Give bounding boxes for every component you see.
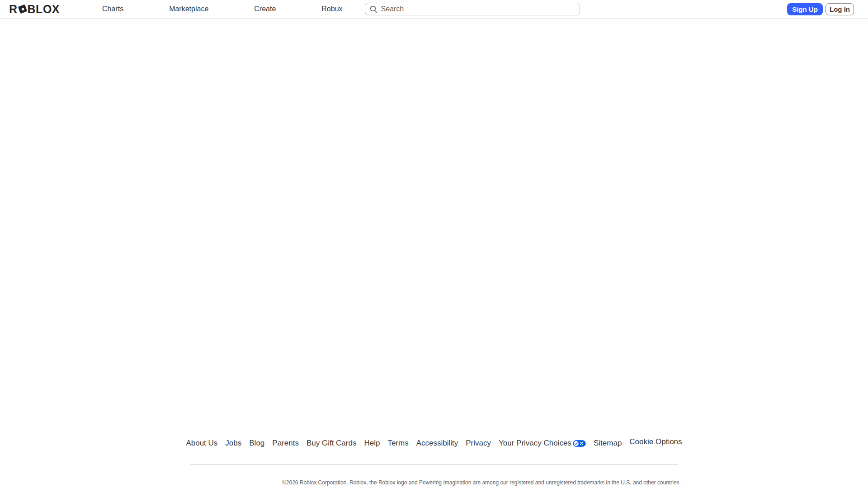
privacy-choices-icon bbox=[573, 440, 586, 447]
footer-link-help[interactable]: Help bbox=[364, 439, 380, 448]
footer: About Us Jobs Blog Parents Buy Gift Card… bbox=[0, 438, 868, 488]
logo-text-r: R bbox=[9, 3, 18, 16]
sign-up-button[interactable]: Sign Up bbox=[787, 3, 823, 15]
your-privacy-choices-label: Your Privacy Choices bbox=[499, 439, 571, 448]
nav-link-marketplace[interactable]: Marketplace bbox=[169, 5, 208, 13]
footer-link-accessibility[interactable]: Accessibility bbox=[416, 439, 458, 448]
footer-link-your-privacy-choices[interactable]: Your Privacy Choices bbox=[499, 439, 586, 448]
footer-link-jobs[interactable]: Jobs bbox=[225, 439, 241, 448]
search-input[interactable] bbox=[381, 5, 575, 13]
top-navbar: R BLOX Charts Marketplace Create Robux S… bbox=[0, 0, 868, 19]
footer-link-cookie-options[interactable]: Cookie Options bbox=[629, 437, 682, 446]
logo-square-hole bbox=[21, 8, 24, 10]
footer-link-about-us[interactable]: About Us bbox=[186, 439, 217, 448]
search-box[interactable] bbox=[365, 3, 580, 15]
auth-buttons: Sign Up Log In bbox=[787, 3, 854, 15]
copyright-text: ©2026 Roblox Corporation. Roblox, the Ro… bbox=[47, 479, 868, 486]
footer-link-sitemap[interactable]: Sitemap bbox=[594, 439, 622, 448]
roblox-page: R BLOX Charts Marketplace Create Robux S… bbox=[0, 0, 868, 488]
roblox-tilted-square-icon bbox=[18, 5, 27, 14]
nav-link-charts[interactable]: Charts bbox=[102, 5, 123, 13]
roblox-logo[interactable]: R BLOX bbox=[9, 3, 62, 16]
footer-link-blog[interactable]: Blog bbox=[249, 439, 264, 448]
page-content bbox=[0, 19, 868, 438]
logo-text-blox: BLOX bbox=[28, 3, 60, 16]
nav-link-robux[interactable]: Robux bbox=[321, 5, 342, 13]
nav-link-create[interactable]: Create bbox=[254, 5, 276, 13]
footer-link-terms[interactable]: Terms bbox=[387, 439, 408, 448]
footer-links: About Us Jobs Blog Parents Buy Gift Card… bbox=[0, 438, 868, 449]
footer-link-parents[interactable]: Parents bbox=[272, 439, 299, 448]
footer-link-privacy[interactable]: Privacy bbox=[466, 439, 491, 448]
footer-link-buy-gift-cards[interactable]: Buy Gift Cards bbox=[307, 439, 357, 448]
primary-nav: Charts Marketplace Create Robux bbox=[102, 5, 343, 13]
footer-divider bbox=[190, 464, 678, 465]
search-icon bbox=[370, 5, 377, 13]
log-in-button[interactable]: Log In bbox=[826, 3, 854, 15]
